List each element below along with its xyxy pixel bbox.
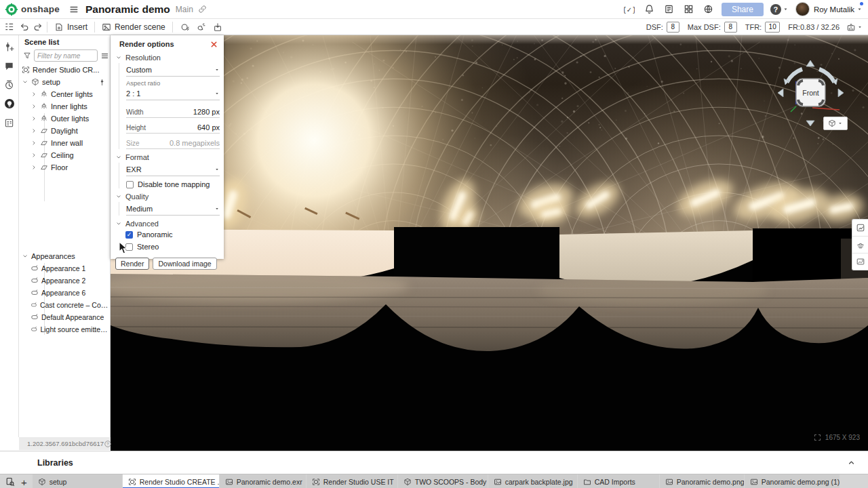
width-field[interactable]: Width 1280 px — [126, 104, 220, 118]
forms-button[interactable] — [3, 117, 16, 129]
publish-globe-icon[interactable] — [703, 4, 713, 14]
scene-tree-toggle-icon[interactable] — [4, 22, 14, 32]
aspect-ratio-select[interactable]: 2 : 1 — [126, 87, 220, 100]
disable-tone-mapping-checkbox-row[interactable]: Disable tone mapping — [126, 180, 220, 188]
chevron-right-icon[interactable] — [31, 127, 37, 134]
format-select[interactable]: EXR — [126, 163, 220, 176]
filter-input[interactable] — [34, 49, 98, 62]
appearance-item[interactable]: Default Appearance — [19, 311, 110, 323]
redo-icon[interactable] — [33, 22, 43, 32]
tree-item-center-lights[interactable]: Center lights — [19, 88, 110, 100]
dsf-input[interactable] — [667, 22, 679, 33]
insert-button[interactable]: Insert — [52, 22, 90, 32]
tab-two-scoops-body[interactable]: TWO SCOOPS - Body — [398, 474, 488, 488]
tab-carpark-backplate[interactable]: carpark backplate.jpg — [488, 474, 577, 488]
tree-item-outer-lights[interactable]: Outer lights — [19, 113, 110, 125]
panoramic-render-image[interactable] — [111, 35, 868, 451]
chevron-right-icon[interactable] — [31, 164, 37, 171]
appearance-item[interactable]: Appearance 1 — [19, 262, 110, 274]
tab-render-studio-use-it[interactable]: Render Studio USE IT — [307, 474, 397, 488]
tab-panoramic-demo-png[interactable]: Panoramic demo.png — [660, 474, 744, 488]
fullscreen-icon[interactable] — [814, 434, 821, 441]
tree-item-daylight[interactable]: Daylight — [19, 125, 110, 137]
override-slider-icon[interactable] — [98, 79, 106, 86]
app-store-grid-icon[interactable] — [684, 4, 694, 14]
chevron-down-icon[interactable] — [22, 253, 28, 260]
tree-item-ceiling[interactable]: Ceiling — [19, 149, 110, 161]
share-link-icon[interactable] — [198, 5, 207, 14]
comments-button[interactable] — [3, 60, 16, 72]
appearance-item[interactable]: Appearance 2 — [19, 274, 110, 287]
appearances-header[interactable]: Appearances — [19, 250, 110, 262]
quality-section-header[interactable]: Quality — [114, 191, 218, 202]
download-image-button[interactable]: Download image — [153, 258, 216, 270]
checkbox-checked[interactable]: ✓ — [125, 231, 133, 239]
collapse-chevron-up-icon[interactable] — [847, 458, 856, 467]
undo-icon[interactable] — [20, 22, 29, 32]
user-name[interactable]: Roy Mutalik — [814, 5, 854, 14]
resolution-preset-select[interactable]: Custom — [126, 63, 220, 77]
environment-light-button[interactable] — [852, 237, 868, 253]
history-button[interactable] — [3, 79, 16, 91]
view-options-button[interactable] — [823, 117, 848, 130]
learning-bulb-button[interactable] — [3, 98, 16, 110]
tree-root-row[interactable]: Render Studio CR... — [19, 64, 110, 76]
render-viewport[interactable]: Front 1675 X 923 — [111, 35, 868, 451]
tab-search-icon[interactable] — [5, 477, 15, 487]
render-stats-icon[interactable] — [846, 22, 856, 32]
user-avatar[interactable] — [795, 2, 810, 16]
chevron-right-icon[interactable] — [31, 91, 37, 98]
tree-item-inner-lights[interactable]: Inner lights — [19, 100, 110, 113]
tab-cad-imports[interactable]: CAD Imports — [578, 474, 659, 488]
user-menu-caret-icon[interactable] — [856, 6, 863, 12]
version-help-icon[interactable] — [104, 440, 112, 448]
resolution-section-header[interactable]: Resolution — [114, 52, 218, 63]
tab-setup[interactable]: setup — [33, 474, 122, 488]
chevron-right-icon[interactable] — [31, 152, 37, 159]
close-icon[interactable] — [210, 40, 218, 49]
tab-panoramic-demo-exr[interactable]: Panoramic demo.exr — [220, 474, 306, 488]
tab-panoramic-demo-png-1[interactable]: Panoramic demo.png (1) — [745, 474, 840, 488]
checkbox-unchecked[interactable] — [126, 181, 134, 188]
add-tab-button[interactable]: + — [21, 477, 27, 487]
stats-caret-icon[interactable] — [857, 24, 863, 30]
help-button[interactable]: ? — [770, 4, 781, 15]
height-field[interactable]: Height 640 px — [126, 119, 220, 134]
tree-item-floor[interactable]: Floor — [19, 161, 110, 174]
chevron-right-icon[interactable] — [31, 140, 37, 146]
max-dsf-input[interactable] — [724, 22, 737, 33]
tab-render-studio-create[interactable]: Render Studio CREATE ... — [123, 474, 219, 488]
filter-funnel-icon[interactable] — [23, 52, 31, 60]
help-caret-icon[interactable] — [783, 6, 789, 12]
appearance-item[interactable]: Light source emitter – 5... — [19, 323, 110, 336]
stereo-checkbox-row[interactable]: Stereo — [125, 243, 219, 251]
tree-item-inner-wall[interactable]: Inner wall — [19, 137, 110, 149]
notifications-bell-icon[interactable] — [644, 4, 654, 14]
render-adjustments-button[interactable] — [3, 41, 16, 53]
saved-renders-button[interactable] — [852, 220, 868, 237]
versions-icon[interactable] — [624, 4, 635, 15]
advanced-section-header[interactable]: Advanced — [114, 218, 218, 229]
feedback-icon[interactable] — [664, 4, 674, 14]
render-button[interactable]: Render — [115, 258, 149, 270]
export-image-icon[interactable] — [213, 22, 222, 32]
menu-hamburger-icon[interactable] — [69, 5, 79, 14]
backplate-image-button[interactable] — [852, 253, 868, 270]
format-section-header[interactable]: Format — [114, 152, 218, 163]
onshape-logo-icon[interactable] — [5, 3, 18, 16]
list-options-icon[interactable] — [100, 52, 109, 60]
chevron-right-icon[interactable] — [31, 115, 37, 122]
quality-select[interactable]: Medium — [126, 202, 220, 216]
render-scene-button[interactable]: Render scene — [99, 22, 168, 32]
chevron-right-icon[interactable] — [31, 103, 37, 110]
workspace-branch-label[interactable]: Main — [176, 5, 193, 14]
appearance-item[interactable]: Cast concrete – Cool gra... — [19, 299, 110, 311]
panoramic-checkbox-row[interactable]: ✓ Panoramic — [125, 230, 219, 239]
paint-appearance-icon[interactable] — [197, 22, 206, 32]
chevron-down-icon[interactable] — [22, 79, 28, 85]
appearance-item[interactable]: Appearance 6 — [19, 287, 110, 299]
tree-setup-row[interactable]: setup — [19, 76, 110, 88]
tfr-input[interactable] — [765, 22, 780, 33]
edit-appearance-sphere-icon[interactable] — [180, 22, 190, 32]
share-button[interactable]: Share — [722, 3, 764, 16]
